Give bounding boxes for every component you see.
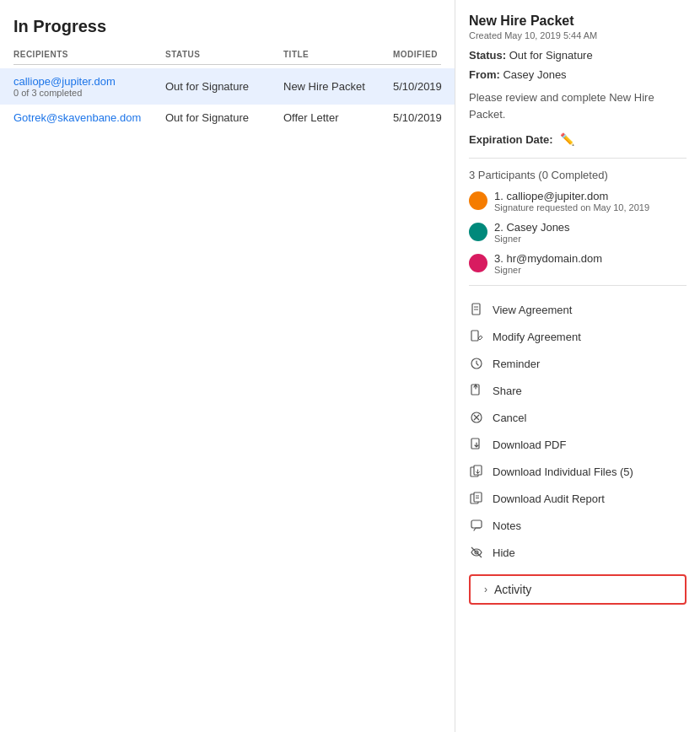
svg-rect-3 xyxy=(471,331,478,341)
title-cell: Offer Letter xyxy=(283,111,393,124)
participant-name: 1. calliope@jupiter.dom xyxy=(494,190,649,202)
cancel-label: Cancel xyxy=(493,412,526,424)
avatar xyxy=(469,254,487,272)
view-agreement-label: View Agreement xyxy=(493,304,572,316)
status-label: Status: xyxy=(469,49,506,62)
recipient-cell: Gotrek@skavenbane.dom xyxy=(13,111,165,124)
left-panel: In Progress Recipients Status Title Modi… xyxy=(0,0,455,732)
svg-rect-16 xyxy=(471,520,482,528)
participant-sub: Signer xyxy=(494,234,570,244)
table-row[interactable]: Gotrek@skavenbane.dom Out for Signature … xyxy=(13,105,441,131)
participant-info: 3. hr@mydomain.dom Signer xyxy=(494,252,602,275)
expiration-edit-icon[interactable]: ✏️ xyxy=(560,132,574,146)
participant-info: 2. Casey Jones Signer xyxy=(494,221,570,244)
table-body: calliope@jupiter.dom 0 of 3 completed Ou… xyxy=(13,68,441,131)
action-download-pdf[interactable]: Download PDF xyxy=(469,431,687,458)
action-share[interactable]: Share xyxy=(469,377,687,404)
notes-icon xyxy=(469,518,484,533)
svg-rect-9 xyxy=(471,439,479,449)
recipient-sub: 0 of 3 completed xyxy=(13,88,165,98)
status-line: Status: Out for Signature xyxy=(469,49,687,62)
modify-agreement-label: Modify Agreement xyxy=(493,331,581,343)
cancel-icon xyxy=(469,410,484,425)
view-agreement-icon xyxy=(469,302,484,317)
download-pdf-label: Download PDF xyxy=(493,439,566,451)
activity-button[interactable]: › Activity xyxy=(469,574,687,605)
document-title: New Hire Packet xyxy=(469,13,687,29)
download-audit-icon xyxy=(469,491,484,506)
divider-1 xyxy=(469,158,687,159)
action-download-individual[interactable]: Download Individual Files (5) xyxy=(469,458,687,485)
avatar xyxy=(469,191,487,210)
recipient-email: Gotrek@skavenbane.dom xyxy=(13,111,165,124)
participant-name: 2. Casey Jones xyxy=(494,221,570,234)
title-cell: New Hire Packet xyxy=(283,75,393,98)
created-date: Created May 10, 2019 5:44 AM xyxy=(469,30,687,40)
download-audit-label: Download Audit Report xyxy=(493,492,605,505)
download-pdf-icon xyxy=(469,437,484,452)
from-label: From: xyxy=(469,68,500,81)
action-cancel[interactable]: Cancel xyxy=(469,404,687,431)
participant-info: 1. calliope@jupiter.dom Signature reques… xyxy=(494,190,649,213)
expiration-label: Expiration Date: xyxy=(469,133,553,146)
recipient-cell: calliope@jupiter.dom 0 of 3 completed xyxy=(13,75,165,98)
message-text: Please review and complete New Hire Pack… xyxy=(469,89,687,122)
hide-label: Hide xyxy=(493,546,515,559)
action-hide[interactable]: Hide xyxy=(469,539,687,566)
page-heading: In Progress xyxy=(13,17,441,36)
avatar xyxy=(469,223,487,241)
table-row[interactable]: calliope@jupiter.dom 0 of 3 completed Ou… xyxy=(0,68,455,105)
status-cell: Out for Signature xyxy=(165,111,283,124)
recipient-email: calliope@jupiter.dom xyxy=(13,75,165,88)
right-panel: New Hire Packet Created May 10, 2019 5:4… xyxy=(455,0,700,732)
activity-label: Activity xyxy=(494,583,531,596)
modify-agreement-icon xyxy=(469,329,484,344)
actions-list: View Agreement Modify Agreement Reminder… xyxy=(469,296,687,566)
action-notes[interactable]: Notes xyxy=(469,512,687,539)
participant-sub: Signature requested on May 10, 2019 xyxy=(494,202,649,213)
expiration-line: Expiration Date: ✏️ xyxy=(469,132,687,146)
download-individual-icon xyxy=(469,464,484,479)
participant-item: 2. Casey Jones Signer xyxy=(469,221,687,244)
share-icon xyxy=(469,383,484,398)
reminder-label: Reminder xyxy=(493,358,540,370)
action-reminder[interactable]: Reminder xyxy=(469,350,687,377)
col-title: Title xyxy=(283,50,393,59)
participants-list: 1. calliope@jupiter.dom Signature reques… xyxy=(469,190,687,275)
hide-icon xyxy=(469,545,484,560)
col-recipients: Recipients xyxy=(13,50,165,59)
participant-sub: Signer xyxy=(494,265,602,275)
divider-2 xyxy=(469,285,687,286)
table-header: Recipients Status Title Modified xyxy=(13,50,441,65)
participant-item: 3. hr@mydomain.dom Signer xyxy=(469,252,687,275)
notes-label: Notes xyxy=(493,519,521,532)
reminder-icon xyxy=(469,356,484,371)
download-individual-label: Download Individual Files (5) xyxy=(493,466,633,478)
action-modify-agreement[interactable]: Modify Agreement xyxy=(469,323,687,350)
from-line: From: Casey Jones xyxy=(469,68,687,81)
participants-header: 3 Participants (0 Completed) xyxy=(469,169,687,181)
chevron-right-icon: › xyxy=(484,584,487,595)
svg-rect-13 xyxy=(474,492,482,502)
share-label: Share xyxy=(493,385,522,397)
action-view-agreement[interactable]: View Agreement xyxy=(469,296,687,323)
participant-item: 1. calliope@jupiter.dom Signature reques… xyxy=(469,190,687,213)
participant-name: 3. hr@mydomain.dom xyxy=(494,252,602,265)
col-status: Status xyxy=(165,50,283,59)
action-download-audit[interactable]: Download Audit Report xyxy=(469,485,687,512)
status-cell: Out for Signature xyxy=(165,75,283,98)
